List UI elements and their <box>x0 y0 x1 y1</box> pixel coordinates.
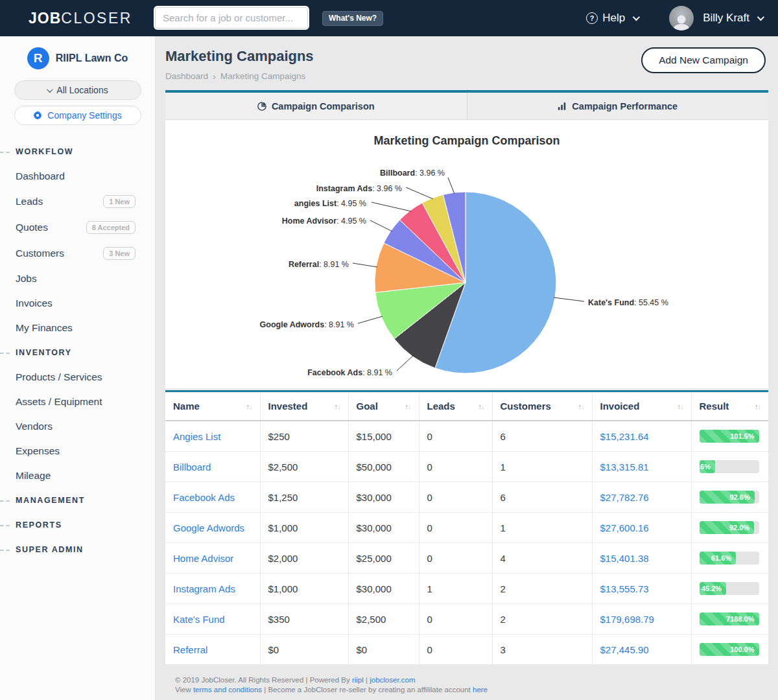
column-sort-control[interactable]: Invoiced↑↓ <box>600 401 683 412</box>
app-logo[interactable]: JOBCLOSER <box>29 10 132 27</box>
cell-goal: $2,500 <box>348 604 419 635</box>
cell-invoiced: $27,445.90 <box>592 635 691 665</box>
footer-link-riipl[interactable]: riipl <box>352 676 364 684</box>
pie-label-google-adwords: Google Adwords: 8.91 % <box>260 320 354 329</box>
campaign-link[interactable]: Home Advisor <box>173 553 233 564</box>
sidebar-item-leads[interactable]: Leads1 New <box>0 189 155 215</box>
result-percent-label: 101.5% <box>730 432 754 440</box>
cell-customers: 2 <box>492 574 592 604</box>
all-locations-dropdown[interactable]: All Locations <box>14 80 141 100</box>
campaign-link[interactable]: Instagram Ads <box>173 583 235 594</box>
sidebar-item-expenses[interactable]: Expenses <box>0 439 155 463</box>
sidebar-section-management[interactable]: MANAGEMENT <box>0 488 155 513</box>
sort-arrows-icon[interactable]: ↑↓ <box>755 402 760 410</box>
tab-campaign-performance[interactable]: Campaign Performance <box>467 93 769 119</box>
pie-label-connector <box>406 187 433 199</box>
sidebar-item-mileage[interactable]: Mileage <box>0 463 155 488</box>
sidebar-item-jobs[interactable]: Jobs <box>0 266 155 291</box>
cell-invoiced: $179,698.79 <box>592 604 691 635</box>
sidebar-item-assets-equipment[interactable]: Assets / Equipment <box>0 390 155 414</box>
sidebar-section-workflow[interactable]: WORKFLOW <box>0 139 155 164</box>
campaign-link[interactable]: Facebook Ads <box>173 492 235 503</box>
sidebar-item-vendors[interactable]: Vendors <box>0 414 155 439</box>
cell-invoiced: $27,600.16 <box>592 513 691 543</box>
company-settings-button[interactable]: Company Settings <box>14 106 141 125</box>
invoiced-link[interactable]: $27,782.76 <box>600 492 649 503</box>
campaign-link[interactable]: Google Adwords <box>173 522 244 533</box>
footer-link-here[interactable]: here <box>473 686 488 694</box>
sort-arrows-icon[interactable]: ↑↓ <box>478 402 484 410</box>
campaign-table: Name↑↓Invested↑↓Goal↑↓Leads↑↓Customers↑↓… <box>165 390 768 664</box>
sidebar-item-customers[interactable]: Customers3 New <box>0 240 155 266</box>
cell-invoiced: $15,401.38 <box>592 543 691 574</box>
cell-leads: 0 <box>419 452 492 482</box>
sidebar-item-dashboard[interactable]: Dashboard <box>0 164 155 189</box>
cell-invested: $2,000 <box>260 543 348 574</box>
cell-result: 61.6% <box>691 543 768 574</box>
footer-link-terms-and-conditions[interactable]: terms and conditions <box>193 686 262 694</box>
tab-bar: Campaign Comparison Campaign Performance <box>165 90 768 120</box>
help-menu[interactable]: ? Help <box>586 12 638 25</box>
cell-customers: 6 <box>492 421 592 452</box>
invoiced-link[interactable]: $13,555.73 <box>600 583 649 594</box>
cell-invoiced: $13,315.81 <box>592 452 691 482</box>
status-badge: 8 Accepted <box>86 221 136 234</box>
column-sort-control[interactable]: Invested↑↓ <box>268 401 340 412</box>
result-progress-fill: 101.5% <box>700 430 759 443</box>
section-label: WORKFLOW <box>16 147 73 156</box>
sort-arrows-icon[interactable]: ↑↓ <box>678 402 683 410</box>
chevron-down-icon[interactable] <box>757 14 764 21</box>
column-sort-control[interactable]: Result↑↓ <box>700 401 761 412</box>
campaign-link[interactable]: Angies List <box>173 431 220 442</box>
invoiced-link[interactable]: $179,698.79 <box>600 614 654 625</box>
invoiced-link[interactable]: $27,600.16 <box>600 522 649 533</box>
invoiced-link[interactable]: $15,401.38 <box>600 553 649 564</box>
column-sort-control[interactable]: Customers↑↓ <box>501 401 584 412</box>
search-input[interactable] <box>154 6 309 30</box>
sort-arrows-icon[interactable]: ↑↓ <box>405 402 411 410</box>
footer-link-jobcloser-com[interactable]: jobcloser.com <box>370 676 415 684</box>
breadcrumb-current: Marketing Campaigns <box>220 71 305 81</box>
column-sort-control[interactable]: Name↑↓ <box>173 401 252 412</box>
pie-label-billboard: Billboard: 3.96 % <box>380 169 445 178</box>
sidebar-item-my-finances[interactable]: My Finances <box>0 316 155 340</box>
campaign-link[interactable]: Billboard <box>173 461 211 472</box>
result-progress-bar: 26.6% <box>700 460 759 473</box>
table-row-facebook-ads: Facebook Ads$1,250$30,00006$27,782.7692.… <box>165 482 768 513</box>
sidebar-item-invoices[interactable]: Invoices <box>0 291 155 316</box>
user-avatar[interactable] <box>669 6 694 30</box>
result-progress-fill: 26.6% <box>700 460 715 473</box>
cell-customers: 2 <box>492 604 592 635</box>
cell-customers: 3 <box>492 635 592 665</box>
invoiced-link[interactable]: $13,315.81 <box>600 461 649 472</box>
column-label: Invoiced <box>600 401 640 412</box>
tab-campaign-comparison[interactable]: Campaign Comparison <box>165 93 467 119</box>
cell-leads: 0 <box>419 543 492 574</box>
cell-invoiced: $13,555.73 <box>592 574 691 604</box>
column-sort-control[interactable]: Leads↑↓ <box>427 401 484 412</box>
sort-arrows-icon[interactable]: ↑↓ <box>578 402 584 410</box>
table-row-home-advisor: Home Advisor$2,000$25,00004$15,401.3861.… <box>165 543 768 574</box>
column-sort-control[interactable]: Goal↑↓ <box>357 401 411 412</box>
company-logo: R <box>27 47 49 69</box>
sidebar-section-reports[interactable]: REPORTS <box>0 513 155 537</box>
breadcrumb-dashboard[interactable]: Dashboard <box>165 71 208 81</box>
sidebar-section-inventory[interactable]: INVENTORY <box>0 340 155 365</box>
pie-chart-svg[interactable]: Kate's Fund: 55.45 %Facebook Ads: 8.91 %… <box>165 120 768 388</box>
sidebar-item-quotes[interactable]: Quotes8 Accepted <box>0 215 155 240</box>
sidebar-section-super-admin[interactable]: SUPER ADMIN <box>0 537 155 562</box>
whats-new-button[interactable]: What's New? <box>322 11 383 26</box>
sort-arrows-icon[interactable]: ↑↓ <box>335 402 340 410</box>
user-name[interactable]: Billy Kraft <box>703 12 749 25</box>
cell-invested: $1,250 <box>260 482 348 513</box>
invoiced-link[interactable]: $15,231.64 <box>600 431 649 442</box>
result-percent-label: 92.6% <box>729 493 749 501</box>
add-new-campaign-button[interactable]: Add New Campaign <box>641 47 766 73</box>
campaign-link[interactable]: Referral <box>173 644 207 655</box>
invoiced-link[interactable]: $27,445.90 <box>600 644 649 655</box>
campaign-link[interactable]: Kate's Fund <box>173 614 225 625</box>
sidebar-item-products-services[interactable]: Products / Services <box>0 365 155 390</box>
sort-arrows-icon[interactable]: ↑↓ <box>246 402 252 410</box>
sidebar-item-label: Mileage <box>16 470 51 482</box>
sidebar-item-label: Leads <box>16 196 43 207</box>
